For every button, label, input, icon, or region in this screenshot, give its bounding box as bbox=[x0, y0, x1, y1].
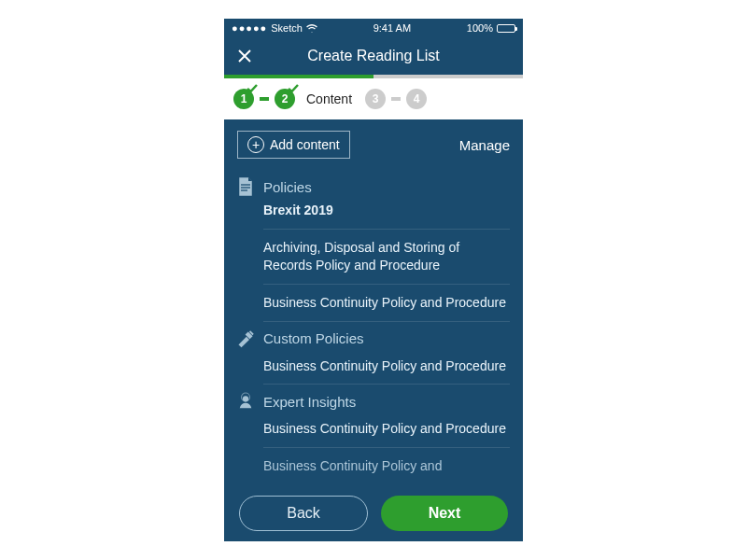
wifi-icon bbox=[306, 24, 317, 33]
status-bar: ●●●●● Sketch 9:41 AM 100% bbox=[224, 19, 523, 37]
next-button[interactable]: Next bbox=[381, 496, 508, 531]
page-title: Create Reading List bbox=[307, 48, 439, 64]
plus-icon: + bbox=[247, 136, 264, 153]
back-button[interactable]: Back bbox=[239, 496, 368, 531]
step-connector bbox=[391, 97, 401, 101]
step-3[interactable]: 3 bbox=[365, 89, 386, 109]
step-4[interactable]: 4 bbox=[406, 89, 427, 109]
section-custom-policies: Custom Policies Business Continuity Poli… bbox=[237, 329, 510, 385]
section-policies: Policies Brexit 2019 Archiving, Disposal… bbox=[237, 177, 510, 322]
step-2[interactable]: 2 bbox=[275, 89, 295, 109]
phone-screen: ●●●●● Sketch 9:41 AM 100% Create Reading… bbox=[224, 19, 523, 541]
close-button[interactable] bbox=[233, 45, 256, 67]
document-icon bbox=[237, 177, 254, 196]
step-1[interactable]: 1 bbox=[233, 89, 254, 109]
list-item[interactable]: Brexit 2019 bbox=[263, 196, 510, 230]
battery-label: 100% bbox=[467, 22, 493, 34]
step-connector bbox=[260, 97, 269, 101]
check-icon bbox=[287, 82, 300, 95]
section-title: Expert Insights bbox=[263, 394, 356, 410]
section-title: Custom Policies bbox=[263, 330, 364, 346]
expert-icon bbox=[237, 392, 254, 411]
content-list: Policies Brexit 2019 Archiving, Disposal… bbox=[224, 170, 523, 485]
manage-button[interactable]: Manage bbox=[459, 137, 510, 153]
nav-bar: Create Reading List bbox=[224, 37, 523, 75]
step-label: Content bbox=[306, 91, 352, 106]
list-item[interactable]: Archiving, Disposal and Storing of Recor… bbox=[263, 230, 510, 285]
battery-icon bbox=[497, 24, 515, 33]
section-expert-insights: Expert Insights Business Continuity Poli… bbox=[237, 392, 510, 484]
signal-dots-icon: ●●●●● bbox=[232, 22, 267, 34]
list-item[interactable]: Business Continuity Policy and Procedure bbox=[263, 285, 510, 322]
time-label: 9:41 AM bbox=[374, 22, 411, 34]
check-icon bbox=[246, 82, 259, 95]
content-toolbar: + Add content Manage bbox=[224, 119, 523, 170]
list-item[interactable]: Business Continuity Policy and Procedure bbox=[263, 348, 510, 385]
footer: Back Next bbox=[224, 485, 523, 541]
list-item[interactable]: Business Continuity Policy and Procedure bbox=[263, 411, 510, 448]
stepper: 1 2 Content 3 4 bbox=[224, 75, 523, 119]
carrier-label: Sketch bbox=[271, 22, 303, 34]
list-item[interactable]: Business Continuity Policy and bbox=[263, 448, 510, 484]
add-content-button[interactable]: + Add content bbox=[237, 131, 350, 159]
tools-icon bbox=[237, 329, 254, 348]
close-icon bbox=[236, 48, 253, 64]
section-title: Policies bbox=[263, 179, 312, 195]
